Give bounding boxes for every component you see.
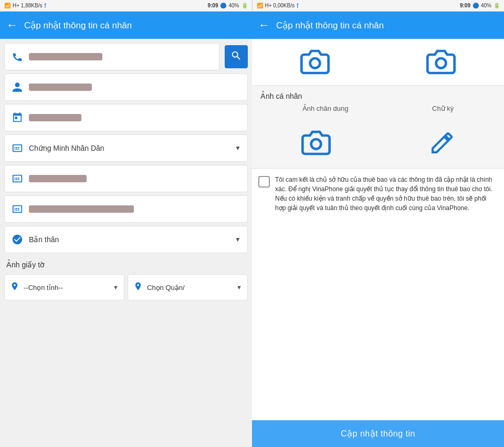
relationship-arrow: ▼ (235, 236, 241, 243)
dob-field-row[interactable] (4, 104, 248, 131)
portrait-camera-button[interactable] (300, 47, 330, 77)
phone-icon (11, 51, 24, 63)
phone-row (4, 43, 248, 70)
left-battery-icon: 🔋 (242, 3, 248, 8)
right-signal: 📶 (257, 3, 263, 8)
pen-button[interactable] (429, 128, 455, 158)
right-time: 9:09 (460, 3, 470, 8)
left-header: ← Cập nhật thông tin cá nhân (0, 12, 252, 39)
right-status-right: 9:09 🔵 40% 🔋 (460, 3, 500, 8)
right-panel: ← Cập nhật thông tin cá nhân Ảnh cá nhân (252, 12, 504, 447)
name-field-row[interactable] (4, 74, 248, 101)
right-battery: 40% (481, 3, 491, 8)
district-dropdown[interactable]: Chọn Quận/ ▼ (128, 274, 248, 300)
left-time: 9:09 (207, 3, 218, 8)
name-input[interactable] (29, 84, 241, 91)
left-panel: ← Cập nhật thông tin cá nhân (0, 12, 252, 447)
dob-input[interactable] (29, 114, 241, 121)
right-carrier-speed: H+ 0,00KB/s (265, 3, 295, 8)
relationship-value: Bản thân (29, 235, 229, 244)
svg-point-0 (310, 58, 320, 68)
bottom-camera-button[interactable] (301, 128, 331, 158)
district-value: Chọn Quận/ (147, 284, 232, 292)
phone-field-wrap (4, 43, 219, 70)
left-header-title: Cập nhật thông tin cá nhân (24, 20, 132, 31)
bottom-camera-section (252, 118, 504, 168)
signature-label: Chữ ký (432, 105, 454, 112)
phone-input[interactable] (29, 53, 213, 60)
signature-camera-button[interactable] (426, 47, 456, 77)
calendar-icon (11, 112, 24, 123)
agreement-text: Tôi cam kết là chủ sở hữu của thuê bao v… (275, 175, 498, 414)
left-status-right: 9:09 🔵 40% 🔋 (207, 3, 247, 8)
photo-section-title: Ảnh cá nhân (260, 92, 496, 100)
relationship-icon (11, 234, 24, 245)
search-button[interactable] (225, 45, 248, 68)
agreement-section: Tôi cam kết là chủ sở hữu của thuê bao v… (252, 168, 504, 420)
left-status-left: 📶 H+ 1,88KB/s f (4, 2, 46, 9)
province-arrow: ▼ (113, 284, 119, 290)
location-selects: --Chọn tỉnh-- ▼ Chọn Quận/ ▼ (4, 274, 248, 300)
id-address-icon (11, 203, 24, 215)
left-form-area: Chứng Minh Nhân Dân ▼ (0, 39, 252, 447)
right-bt: 🔵 (472, 3, 479, 8)
left-signal: 📶 (4, 3, 10, 8)
left-back-button[interactable]: ← (6, 18, 18, 32)
photo-label-section: Ảnh cá nhân Ảnh chân dung Chữ ký (252, 85, 504, 118)
right-back-button[interactable]: ← (258, 18, 270, 32)
agreement-checkbox[interactable] (258, 176, 270, 188)
left-bt: 🔵 (220, 3, 226, 8)
id-card-icon (11, 142, 24, 154)
photo-docs-label: Ảnh giấy tờ (4, 256, 248, 271)
photo-sublabels: Ảnh chân dung Chữ ký (260, 102, 496, 115)
top-camera-section (252, 39, 504, 85)
relationship-dropdown[interactable]: Bản thân ▼ (4, 226, 248, 253)
right-header-title: Cập nhật thông tin cá nhân (276, 20, 384, 31)
district-icon (133, 282, 143, 293)
svg-point-1 (436, 58, 446, 68)
province-value: --Chọn tỉnh-- (24, 284, 109, 292)
right-fb-icon: f (297, 2, 298, 9)
id-type-dropdown[interactable]: Chứng Minh Nhân Dân ▼ (4, 134, 248, 162)
id-address-input[interactable] (29, 205, 241, 213)
right-header: ← Cập nhật thông tin cá nhân (252, 12, 504, 39)
left-battery: 40% (228, 3, 239, 8)
province-icon (10, 282, 19, 293)
left-carrier-speed: H+ 1,88KB/s (13, 3, 42, 8)
id-number-input[interactable] (29, 175, 241, 182)
search-icon (230, 50, 242, 64)
id-address-field-row[interactable] (4, 195, 248, 223)
right-status-left: 📶 H+ 0,00KB/s f (257, 2, 299, 9)
id-type-arrow: ▼ (235, 144, 241, 152)
id-type-value: Chứng Minh Nhân Dân (29, 144, 229, 152)
svg-point-2 (311, 139, 321, 149)
update-button[interactable]: Cập nhật thông tin (252, 420, 504, 447)
person-icon (11, 81, 24, 93)
left-fb-icon: f (44, 2, 46, 9)
right-battery-icon: 🔋 (494, 3, 500, 8)
district-arrow: ▼ (236, 284, 242, 290)
id-number-icon (11, 173, 24, 184)
portrait-label: Ảnh chân dung (302, 105, 349, 112)
province-dropdown[interactable]: --Chọn tỉnh-- ▼ (4, 274, 124, 300)
id-number-field-row[interactable] (4, 165, 248, 192)
